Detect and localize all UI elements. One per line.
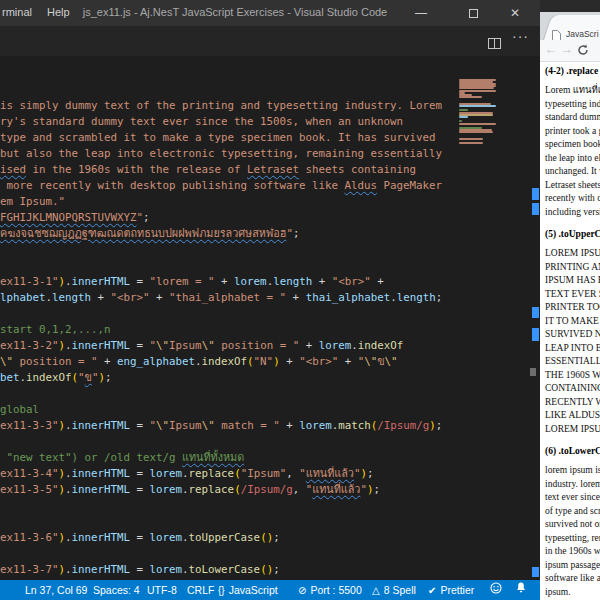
close-button[interactable]: ✕	[498, 0, 532, 26]
status-8-spell[interactable]: △8 Spell	[372, 580, 416, 600]
code-token: "Ipsum"	[241, 467, 287, 480]
forward-button[interactable]: →	[561, 42, 573, 56]
status-bar: Ln 37, Col 69Spaces: 4UTF-8CRLF{}JavaScr…	[0, 580, 540, 600]
split-editor-icon[interactable]	[488, 35, 501, 53]
code-token: replace	[189, 483, 235, 496]
status-prettier[interactable]: ✔Prettier	[428, 580, 474, 600]
code-line[interactable]: ry's standard dummy text ever since the …	[0, 114, 403, 130]
status-javascript[interactable]: {}JavaScript	[218, 580, 278, 600]
code-token: lphabet	[0, 291, 46, 304]
status-feedback[interactable]	[490, 580, 506, 600]
browser-toolbar: ← →	[540, 40, 600, 62]
code-token: \"	[0, 355, 13, 368]
output-line: survived not only five	[545, 518, 600, 532]
code-token: length	[273, 275, 312, 288]
more-actions-icon[interactable]: ···	[512, 28, 529, 44]
output-line: LOREM IPSUM IS SIMPLY	[545, 247, 600, 261]
code-line[interactable]: global	[0, 402, 39, 418]
code-token: \"	[202, 419, 215, 432]
code-line[interactable]: ised in the 1960s with the release of Le…	[0, 162, 416, 178]
overview-ruler[interactable]	[530, 56, 540, 578]
code-token: innerHTML	[72, 467, 131, 480]
output-line: LOREM IPSUM.	[545, 423, 600, 437]
feedback-smiley-icon	[490, 585, 502, 596]
code-line[interactable]: ex11-3-3").innerHTML = "\"Ipsum\" match …	[0, 418, 442, 434]
code-line[interactable]: "new text") or /old text/g แทนที่ทั้งหมด	[0, 450, 244, 466]
output-line: unchanged. It was	[545, 165, 600, 179]
minimize-button[interactable]: —	[404, 0, 438, 26]
reload-icon[interactable]	[577, 44, 589, 59]
code-token: innerHTML	[72, 563, 131, 576]
overview-marker	[532, 567, 539, 577]
code-line[interactable]: ex11-3-4").innerHTML = lorem.replace("Ip…	[0, 466, 373, 482]
code-editor[interactable]: is simply dummy text of the printing and…	[0, 56, 540, 578]
code-token: \"	[385, 355, 398, 368]
code-line[interactable]: คฆงจฉชซฌญฎฏฐฑฒณดตถทธนบปผฝพฟภมยรลวศษสหฬอฮ…	[0, 226, 299, 242]
output-line: standard dummy text ever	[545, 111, 600, 125]
code-line[interactable]: ex11-3-6").innerHTML = lorem.toUpperCase…	[0, 530, 280, 546]
code-token: \"	[202, 339, 215, 352]
output-line: recently with desktop	[545, 192, 600, 206]
code-token: ข	[377, 355, 384, 368]
overview-marker	[532, 307, 539, 318]
code-line[interactable]: start 0,1,2,...,n	[0, 322, 111, 338]
minimap-line	[459, 123, 496, 125]
code-line[interactable]: em Ipsum."	[0, 194, 65, 210]
status-spaces-4[interactable]: Spaces: 4	[93, 580, 140, 600]
code-token: "new text") or /old text/g	[0, 451, 182, 464]
back-button[interactable]: ←	[545, 42, 557, 56]
code-line[interactable]: type and scrambled it to make a type spe…	[0, 130, 436, 146]
code-token: ,	[286, 467, 299, 480]
code-token: แทนที่แล้ว	[306, 467, 354, 480]
maximize-icon	[469, 9, 478, 18]
code-token: /Ipsum/g	[377, 419, 429, 432]
code-token: /Ipsum/g	[241, 483, 293, 496]
screen: rminal Help js_ex11.js - Aj.NesT JavaScr…	[0, 0, 600, 600]
code-token: position = "	[13, 355, 98, 368]
output-line: ipsum passages, and	[545, 559, 600, 573]
overview-marker	[532, 203, 539, 215]
output-line: Lorem แทนที่แล้ว is simply	[545, 84, 600, 98]
code-line[interactable]: FGHIJKLMNOPQRSTUVWXYZ";	[0, 210, 150, 226]
code-token: "<br>"	[299, 355, 338, 368]
code-token: innerHTML	[72, 483, 131, 496]
code-token: innerHTML	[72, 419, 131, 432]
status-bell[interactable]	[516, 580, 530, 600]
maximize-button[interactable]	[456, 0, 490, 26]
code-line[interactable]: \" position = " + eng_alphabet.indexOf("…	[0, 354, 398, 370]
code-line[interactable]: is simply dummy text of the printing and…	[0, 98, 442, 114]
check-icon: ✔	[428, 585, 436, 596]
status-crlf[interactable]: CRLF	[187, 580, 214, 600]
code-line[interactable]: ex11-3-7").innerHTML = lorem.toLowerCase…	[0, 562, 280, 578]
code-token: is simply dummy text of the printing and…	[0, 99, 442, 112]
minimap[interactable]	[457, 56, 527, 578]
code-line[interactable]: ex11-3-5").innerHTML = lorem.replace(/Ip…	[0, 482, 380, 498]
status-utf-8[interactable]: UTF-8	[147, 580, 177, 600]
code-token: innerHTML	[72, 531, 131, 544]
title-bar: rminal Help js_ex11.js - Aj.NesT JavaScr…	[0, 0, 540, 26]
output-line: the leap into electronic	[545, 152, 600, 166]
code-line[interactable]: more recently with desktop publishing so…	[0, 178, 442, 194]
code-token: ry's standard dummy text ever since the …	[0, 115, 403, 128]
code-line[interactable]: bet.indexOf("ข");	[0, 370, 112, 386]
code-line[interactable]: lphabet.length + "<br>" + "thai_alphabet…	[0, 290, 442, 306]
code-token: =	[130, 339, 150, 352]
status-port-5500[interactable]: ⊘Port : 5500	[298, 580, 362, 600]
circle-slash-icon: ⊘	[298, 585, 306, 596]
status-ln-37-col-69[interactable]: Ln 37, Col 69	[25, 580, 87, 600]
code-token: Ipsum	[169, 419, 202, 432]
code-token: Aldus	[345, 179, 378, 192]
code-token: \"	[156, 339, 169, 352]
code-token: ex11-3-1"	[0, 275, 59, 288]
output-line: industry. lorem ipsum has	[545, 478, 600, 492]
output-line: printer took a galley of type	[545, 125, 600, 139]
editor-tab-strip: ···	[0, 26, 540, 56]
code-line[interactable]: ex11-3-1").innerHTML = "lorem = " + lore…	[0, 274, 384, 290]
code-token: lorem	[150, 531, 183, 544]
output-line: text ever since the 1500s,	[545, 491, 600, 505]
code-token: ;	[105, 371, 112, 384]
code-token: PageMaker	[377, 179, 442, 192]
code-line[interactable]: but also the leap into electronic typese…	[0, 146, 442, 162]
code-line[interactable]: ex11-3-2").innerHTML = "\"Ipsum\" positi…	[0, 338, 403, 354]
code-token: ex11-3-5"	[0, 483, 59, 496]
